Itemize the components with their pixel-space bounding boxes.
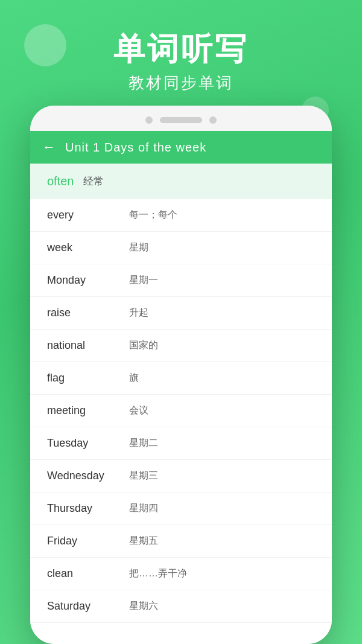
word-en: meeting	[47, 404, 119, 417]
word-en: national	[47, 339, 119, 352]
phone-camera	[145, 116, 153, 124]
word-en: Friday	[47, 535, 119, 547]
word-en: week	[47, 241, 119, 254]
word-en: flag	[47, 372, 119, 384]
word-en: Monday	[47, 274, 119, 287]
phone-mockup: ← Unit 1 Days of the week often 经常 every…	[30, 106, 332, 644]
word-cn: 星期三	[129, 470, 158, 482]
word-item-highlighted[interactable]: often 经常	[30, 164, 332, 199]
word-item[interactable]: every 每一；每个	[30, 199, 332, 232]
app-header-title: Unit 1 Days of the week	[65, 141, 206, 155]
word-cn: 会议	[129, 404, 148, 417]
word-en: Thursday	[47, 502, 119, 515]
word-item[interactable]: Saturday 星期六	[30, 590, 332, 623]
word-item[interactable]: clean 把……弄干净	[30, 558, 332, 590]
word-cn: 星期	[129, 241, 148, 254]
word-item[interactable]: meeting 会议	[30, 395, 332, 427]
word-item[interactable]: Thursday 星期四	[30, 493, 332, 525]
word-en: clean	[47, 567, 119, 580]
sub-title: 教材同步单词	[129, 72, 233, 94]
phone-speaker	[160, 117, 202, 123]
word-cn: 星期四	[129, 502, 158, 515]
back-button[interactable]: ←	[42, 139, 56, 155]
word-cn-highlighted: 经常	[83, 174, 104, 188]
word-item[interactable]: raise 升起	[30, 297, 332, 330]
word-item[interactable]: Friday 星期五	[30, 525, 332, 558]
word-cn: 星期二	[129, 437, 158, 450]
word-item[interactable]: Tuesday 星期二	[30, 427, 332, 460]
phone-sensor	[209, 116, 217, 124]
word-cn: 旗	[129, 372, 139, 384]
word-item[interactable]: week 星期	[30, 232, 332, 264]
word-en: raise	[47, 307, 119, 319]
app-header: ← Unit 1 Days of the week	[30, 131, 332, 164]
word-en: Wednesday	[47, 470, 119, 482]
word-en-highlighted: often	[47, 174, 74, 188]
word-en: Tuesday	[47, 437, 119, 450]
word-list: often 经常 every 每一；每个 week 星期 Monday 星期一 …	[30, 164, 332, 644]
header-section: 单词听写 教材同步单词	[0, 0, 362, 106]
word-item[interactable]: Monday 星期一	[30, 264, 332, 297]
word-cn: 星期一	[129, 274, 158, 287]
word-item[interactable]: Wednesday 星期三	[30, 460, 332, 493]
word-item[interactable]: national 国家的	[30, 330, 332, 362]
word-cn: 升起	[129, 307, 148, 319]
word-en: every	[47, 209, 119, 222]
word-cn: 星期五	[129, 535, 158, 547]
word-item[interactable]: flag 旗	[30, 362, 332, 395]
word-en: Saturday	[47, 600, 119, 613]
main-title: 单词听写	[113, 30, 249, 68]
word-cn: 星期六	[129, 600, 158, 613]
word-cn: 每一；每个	[129, 209, 177, 222]
word-cn: 国家的	[129, 339, 158, 352]
phone-top-bar	[30, 106, 332, 131]
word-cn: 把……弄干净	[129, 567, 187, 580]
